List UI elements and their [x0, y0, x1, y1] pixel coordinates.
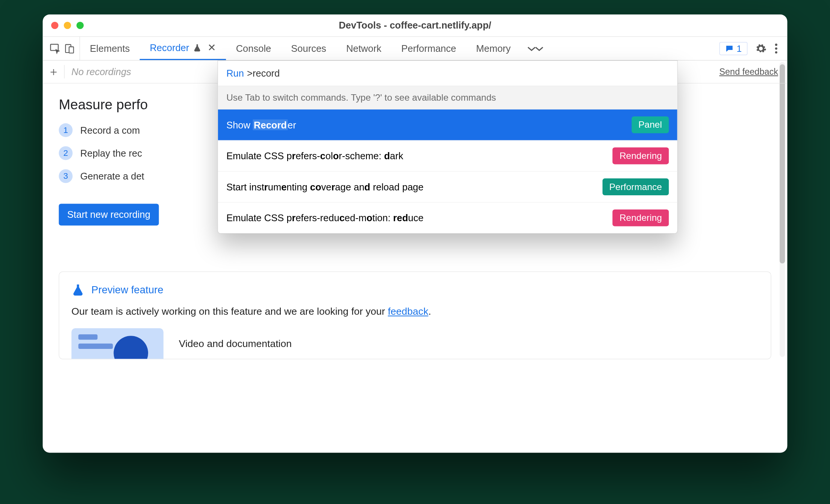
command-item-label: Show Recorder [226, 119, 296, 131]
command-item-badge: Rendering [613, 148, 669, 164]
command-item-badge: Rendering [613, 210, 669, 226]
step-3-label: Generate a det [80, 171, 144, 182]
select-element-icon[interactable] [50, 43, 61, 54]
command-item[interactable]: Emulate CSS prefers-color-scheme: darkRe… [218, 140, 677, 172]
send-feedback-link[interactable]: Send feedback [719, 66, 778, 77]
tab-memory[interactable]: Memory [466, 37, 521, 60]
window-titlebar: DevTools - coffee-cart.netlify.app/ [43, 15, 788, 37]
device-toggle-icon[interactable] [64, 43, 75, 54]
step-number: 3 [59, 169, 73, 183]
messages-badge[interactable]: 1 [719, 42, 748, 55]
svg-rect-2 [69, 47, 74, 53]
flask-icon [71, 283, 85, 297]
devtools-window: DevTools - coffee-cart.netlify.app/ Elem… [43, 15, 788, 453]
flask-icon [193, 43, 201, 52]
svg-point-4 [775, 47, 777, 50]
command-prefix-run: Run [226, 68, 244, 79]
media-title: Video and documentation [179, 338, 292, 350]
feedback-link[interactable]: feedback [388, 306, 429, 317]
step-number: 2 [59, 146, 73, 160]
tab-network[interactable]: Network [336, 37, 391, 60]
command-item-label: Start instrumenting coverage and reload … [226, 181, 424, 193]
preview-feature-title: Preview feature [91, 284, 163, 296]
command-item-label: Emulate CSS prefers-color-scheme: dark [226, 150, 403, 161]
command-item[interactable]: Emulate CSS prefers-reduced-motion: redu… [218, 202, 677, 233]
tab-console[interactable]: Console [226, 37, 281, 60]
tab-network-label: Network [346, 43, 382, 54]
step-2-label: Replay the rec [80, 148, 142, 159]
tab-elements[interactable]: Elements [80, 37, 140, 60]
tab-memory-label: Memory [476, 43, 510, 54]
svg-point-3 [775, 44, 777, 46]
settings-icon[interactable] [755, 43, 767, 54]
command-item-badge: Panel [632, 116, 669, 133]
tab-console-label: Console [236, 43, 271, 54]
preview-media: Video and documentation [71, 328, 759, 359]
window-title: DevTools - coffee-cart.netlify.app/ [43, 20, 788, 31]
tab-sources-label: Sources [291, 43, 326, 54]
command-input-row[interactable]: Run >record [218, 61, 677, 86]
svg-point-5 [775, 51, 777, 53]
command-item[interactable]: Start instrumenting coverage and reload … [218, 172, 677, 203]
messages-count: 1 [736, 43, 742, 54]
more-icon[interactable] [774, 43, 778, 54]
step-number: 1 [59, 123, 73, 137]
close-tab-icon[interactable]: ✕ [208, 42, 216, 54]
start-new-recording-button[interactable]: Start new recording [59, 204, 159, 225]
tab-recorder-label: Recorder [150, 42, 189, 54]
preview-feature-card: Preview feature Our team is actively wor… [59, 272, 771, 359]
video-thumbnail[interactable] [71, 328, 164, 359]
divider [64, 65, 65, 78]
chat-icon [725, 44, 733, 53]
devtools-tabs-bar: Elements Recorder ✕ Console Sources Netw… [43, 37, 788, 60]
tab-performance-label: Performance [401, 43, 456, 54]
new-recording-icon[interactable]: ＋ [43, 64, 64, 80]
command-menu: Run >record Use Tab to switch commands. … [218, 60, 678, 234]
step-1-label: Record a com [80, 125, 140, 136]
preview-body-post: . [428, 306, 431, 317]
svg-rect-0 [50, 44, 58, 50]
command-item-badge: Performance [602, 178, 669, 195]
tab-sources[interactable]: Sources [281, 37, 336, 60]
tab-recorder[interactable]: Recorder ✕ [140, 37, 226, 60]
tab-elements-label: Elements [90, 43, 130, 54]
command-item-label: Emulate CSS prefers-reduced-motion: redu… [226, 212, 423, 223]
command-item[interactable]: Show RecorderPanel [218, 110, 677, 141]
no-recordings-label: No recordings [71, 66, 131, 77]
scrollbar-thumb[interactable] [780, 64, 785, 263]
command-hint: Use Tab to switch commands. Type '?' to … [218, 86, 677, 109]
vertical-scrollbar[interactable] [780, 62, 785, 357]
preview-body-pre: Our team is actively working on this fea… [71, 306, 388, 317]
command-query: >record [247, 68, 280, 79]
tab-performance[interactable]: Performance [391, 37, 466, 60]
tabs-overflow-button[interactable] [521, 37, 550, 60]
preview-feature-body: Our team is actively working on this fea… [71, 306, 759, 318]
